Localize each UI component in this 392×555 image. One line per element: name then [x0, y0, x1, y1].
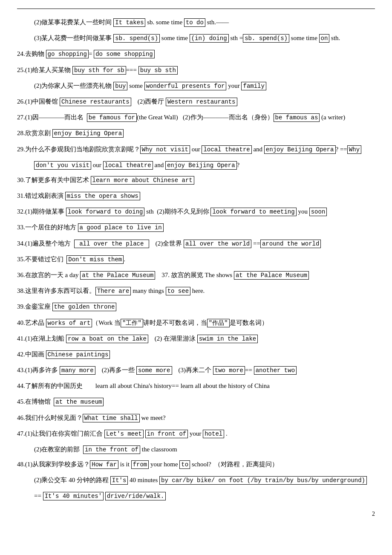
- item-content: (1)给某人买某物 buy sth for sb=== buy sb sth: [25, 66, 178, 73]
- item-item46: 46.我们什么时候见面？What time shall we meet?: [17, 412, 375, 424]
- item-item26: 26.(1)中国餐馆 Chinese restaurants (2)西餐厅 We…: [17, 96, 375, 107]
- top-divider: [17, 9, 375, 9]
- item-number: 26.: [17, 98, 25, 105]
- item-item32: 32.(1)期待做某事 look forward to doing sth (2…: [17, 206, 375, 217]
- item-item40: 40.艺术品 works of art（Work 当"工作"讲时是不可数名词，当…: [17, 317, 375, 329]
- item-number: 38.: [17, 287, 25, 294]
- item-item45: 45.在博物馆 at the museum: [17, 396, 375, 408]
- item-item22_2: (2)做某事花费某人一些时间 It takes sb. some time to…: [34, 17, 375, 28]
- item-number: 25.: [17, 66, 25, 73]
- item-number: 43.: [17, 367, 25, 373]
- item-content: (2)做某事花费某人一些时间 It takes sb. some time to…: [34, 19, 229, 26]
- item-content: (1)因————而出名 be famous for(the Great Wall…: [25, 114, 346, 121]
- item-content: (1)在湖上划船 row a boat on the lake (2) 在湖里游…: [25, 335, 258, 342]
- item-item29_sub: don't you visit our local theatre and en…: [34, 159, 375, 171]
- item-number: 31.: [17, 192, 25, 199]
- page-number: 2: [17, 511, 375, 517]
- item-item31: 31.错过戏剧表演 miss the opera shows: [17, 190, 375, 202]
- item-content: 为什么不参观我们当地剧院欣赏京剧呢？Why not visit our loca…: [25, 146, 361, 153]
- item-item27: 27.(1)因————而出名 be famous for(the Great W…: [17, 112, 375, 123]
- item-number: 27.: [17, 114, 25, 121]
- item-item39: 39.金銮宝座 the golden throne: [17, 301, 375, 312]
- item-number: 39.: [17, 303, 25, 310]
- item-content: (2)乘公交车 40 分钟的路程 It's 40 minutes by car/…: [34, 477, 367, 483]
- item-content: 这里有许多东西可以看。There are many things to see …: [25, 287, 205, 294]
- item-item47_2: (2)在教室的前部 in the front of the classroom: [34, 444, 375, 455]
- item-item47_1: 47.(1)让我们在你宾馆门前汇合 Let's meet in front of…: [17, 428, 375, 439]
- item-number: 40.: [17, 319, 25, 326]
- item-item35: 35.不要错过它们 Don't miss them.: [17, 254, 375, 265]
- item-number: 28.: [17, 130, 25, 136]
- item-content: 金銮宝座 the golden throne: [25, 303, 117, 310]
- item-content: 在博物馆 at the museum: [25, 398, 104, 405]
- item-number: 47.: [17, 430, 25, 437]
- item-content: 我们什么时候见面？What time shall we meet?: [25, 414, 166, 421]
- item-content: (3)某人花费一些时间做某事 sb. spend(s) some time (i…: [34, 35, 340, 41]
- item-content: (1)期待做某事 look forward to doing sth (2)期待…: [25, 208, 327, 215]
- item-item36: 36.在故宫的一天 a day at the Palace Museum 37.…: [17, 269, 375, 281]
- item-item22_3: (3)某人花费一些时间做某事 sb. spend(s) some time (i…: [34, 32, 375, 44]
- item-number: 35.: [17, 256, 25, 263]
- item-number: 48.: [17, 461, 25, 468]
- item-number: 32.: [17, 208, 25, 215]
- item-item30: 30.了解更多有关中国艺术 learn more about Chinese a…: [17, 174, 375, 186]
- item-item42: 42.中国画 Chinese paintings: [17, 349, 375, 360]
- item-item29: 29.为什么不参观我们当地剧院欣赏京剧呢？Why not visit our l…: [17, 144, 375, 155]
- item-item24: 24.去购物 go shopping= do some shopping: [17, 48, 375, 60]
- item-content: 错过戏剧表演 miss the opera shows: [25, 192, 140, 199]
- item-number: 30.: [17, 176, 25, 183]
- item-number: 33.: [17, 224, 25, 231]
- item-content: 不要错过它们 Don't miss them.: [25, 256, 125, 263]
- item-content: don't you visit our local theatre and en…: [34, 162, 239, 168]
- item-number: 45.: [17, 398, 25, 405]
- item-content: 去购物 go shopping= do some shopping: [25, 50, 155, 57]
- item-content: (2)在教室的前部 in the front of the classroom: [34, 446, 177, 453]
- item-number: 24.: [17, 50, 25, 57]
- item-number: 42.: [17, 351, 25, 358]
- item-item41: 41.(1)在湖上划船 row a boat on the lake (2) 在…: [17, 333, 375, 344]
- item-content: (2)为你家人买一些漂亮礼物 buy some wonderful presen…: [34, 82, 266, 89]
- item-content: 了解更多有关中国艺术 learn more about Chinese art: [25, 176, 194, 183]
- item-content: (1)再多许多 many more (2)再多一些 some more (3)再…: [25, 367, 297, 373]
- item-item34: 34.(1)遍及整个地方 all over the place (2)全世界 a…: [17, 238, 375, 249]
- item-item48_1: 48.(1)从我家到学校多远？How far is it from your h…: [17, 459, 375, 470]
- item-content: (1)让我们在你宾馆门前汇合 Let's meet in front of yo…: [25, 430, 228, 437]
- item-content: 在故宫的一天 a day at the Palace Museum 37. 故宫…: [25, 272, 309, 278]
- item-number: 34.: [17, 240, 25, 247]
- item-number: 29.: [17, 146, 25, 153]
- item-content: == It's 40 minutes' drive/ride/walk.: [34, 492, 166, 499]
- item-item25_1: 25.(1)给某人买某物 buy sth for sb=== buy sb st…: [17, 64, 375, 76]
- item-content: 一个居住的好地方 a good place to live in: [25, 224, 164, 231]
- item-item43: 43.(1)再多许多 many more (2)再多一些 some more (…: [17, 364, 375, 376]
- item-number: 44.: [17, 382, 25, 389]
- item-number: 41.: [17, 335, 25, 342]
- item-number: 46.: [17, 414, 25, 421]
- item-item48_3: == It's 40 minutes' drive/ride/walk.: [34, 490, 375, 502]
- item-content: (1)中国餐馆 Chinese restaurants (2)西餐厅 Weste…: [25, 98, 237, 105]
- item-content: (1)遍及整个地方 all over the place (2)全世界 all …: [25, 240, 321, 247]
- item-content: (1)从我家到学校多远？How far is it from your home…: [25, 461, 278, 468]
- item-content: 中国画 Chinese paintings: [25, 351, 110, 358]
- item-content: 欣赏京剧 enjoy Beijing Opera: [25, 130, 124, 136]
- item-item25_2: (2)为你家人买一些漂亮礼物 buy some wonderful presen…: [34, 80, 375, 92]
- item-content: 艺术品 works of art（Work 当"工作"讲时是不可数名词，当"作品…: [25, 319, 268, 326]
- content-area: (2)做某事花费某人一些时间 It takes sb. some time to…: [17, 17, 375, 502]
- item-item44: 44.了解所有的中国历史 learn all about China's his…: [17, 380, 375, 392]
- item-item48_2: (2)乘公交车 40 分钟的路程 It's 40 minutes by car/…: [34, 474, 375, 486]
- item-item33: 33.一个居住的好地方 a good place to live in: [17, 222, 375, 233]
- item-number: 36.: [17, 272, 25, 278]
- item-content: 了解所有的中国历史 learn all about China's histor…: [25, 382, 270, 389]
- item-item28: 28.欣赏京剧 enjoy Beijing Opera: [17, 127, 375, 139]
- item-item38: 38.这里有许多东西可以看。There are many things to s…: [17, 285, 375, 297]
